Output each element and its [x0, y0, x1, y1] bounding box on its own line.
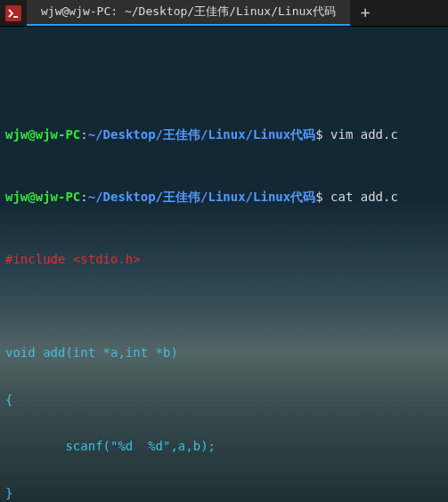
plus-icon: + — [361, 3, 371, 23]
titlebar: wjw@wjw-PC: ~/Desktop/王佳伟/Linux/Linux代码 … — [0, 0, 448, 27]
code-line: void add(int *a,int *b) — [5, 345, 443, 361]
code-line: #include <stdio.h> — [5, 252, 443, 268]
code-line: scanf("%d %d",a,b); — [5, 439, 443, 455]
cwd-path: ~/Desktop/王佳伟/Linux/Linux代码 — [88, 190, 315, 204]
prompt-line: wjw@wjw-PC:~/Desktop/王佳伟/Linux/Linux代码$ … — [5, 190, 443, 206]
cwd-path: ~/Desktop/王佳伟/Linux/Linux代码 — [88, 127, 315, 142]
tab-title: wjw@wjw-PC: ~/Desktop/王佳伟/Linux/Linux代码 — [41, 4, 336, 19]
blank-line — [5, 65, 443, 81]
terminal-output[interactable]: wjw@wjw-PC:~/Desktop/王佳伟/Linux/Linux代码$ … — [0, 27, 448, 502]
terminal-app-icon — [0, 0, 27, 26]
code-line: { — [5, 393, 443, 409]
code-line — [5, 299, 443, 315]
active-tab[interactable]: wjw@wjw-PC: ~/Desktop/王佳伟/Linux/Linux代码 — [27, 0, 350, 26]
command-text: cat add.c — [330, 190, 398, 204]
new-tab-button[interactable]: + — [350, 0, 380, 26]
code-line: } — [5, 486, 443, 502]
prompt-line: wjw@wjw-PC:~/Desktop/王佳伟/Linux/Linux代码$ … — [5, 127, 443, 143]
user-host: wjw@wjw-PC — [5, 127, 80, 142]
command-text: vim add.c — [330, 127, 398, 142]
user-host: wjw@wjw-PC — [5, 190, 80, 204]
